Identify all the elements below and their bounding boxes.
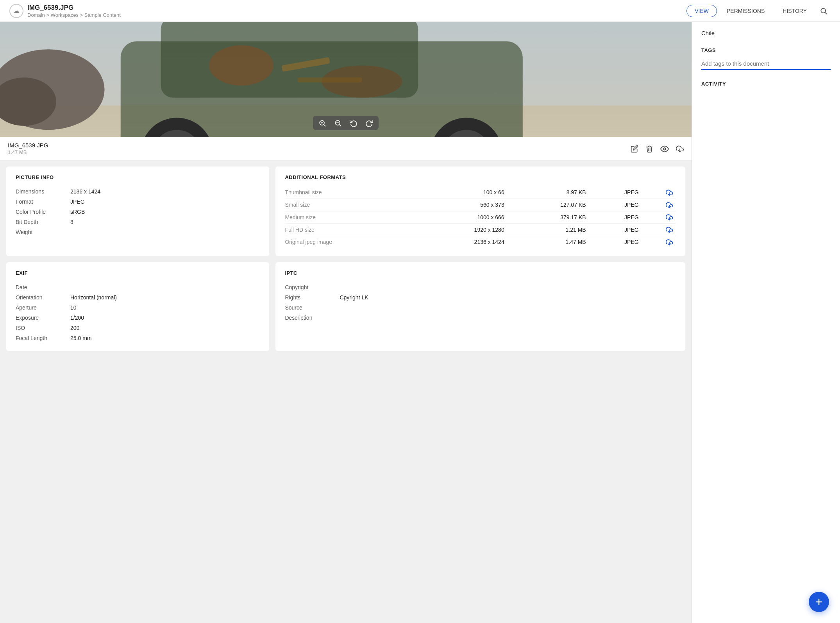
location-section: Chile <box>701 30 831 36</box>
edit-button[interactable] <box>631 144 638 153</box>
additional-formats-title: ADDITIONAL FORMATS <box>285 174 676 180</box>
nav-view-button[interactable]: VIEW <box>686 5 717 17</box>
row-label: Weight <box>16 227 70 237</box>
format-size: 379.17 KB <box>508 211 589 224</box>
format-label: Full HD size <box>285 224 414 236</box>
additional-formats-table: Thumbnail size 100 x 66 8.97 KB JPEG Sma… <box>285 186 676 248</box>
table-row: Thumbnail size 100 x 66 8.97 KB JPEG <box>285 186 676 199</box>
iptc-title: IPTC <box>285 270 676 276</box>
format-type: JPEG <box>589 236 642 248</box>
format-type: JPEG <box>589 186 642 199</box>
row-label: Copyright <box>285 282 340 292</box>
row-value: 8 <box>70 217 260 227</box>
document-title: IMG_6539.JPG <box>27 4 121 12</box>
table-row: Bit Depth8 <box>16 217 260 227</box>
nav-history-button[interactable]: HISTORY <box>774 5 815 17</box>
breadcrumb: Domain > Workspaces > Sample Content <box>27 12 121 18</box>
main-layout: IMG_6539.JPG 1.47 MB <box>0 22 840 623</box>
row-label: Color Profile <box>16 207 70 217</box>
zoom-out-button[interactable] <box>334 119 342 127</box>
row-label: Exposure <box>16 313 70 323</box>
row-value <box>340 313 676 323</box>
table-row: Medium size 1000 x 666 379.17 KB JPEG <box>285 211 676 224</box>
row-value: Horizontal (normal) <box>70 292 260 303</box>
header: ☁ IMG_6539.JPG Domain > Workspaces > Sam… <box>0 0 840 22</box>
image-toolbar <box>313 116 379 130</box>
header-info: IMG_6539.JPG Domain > Workspaces > Sampl… <box>27 4 121 18</box>
row-value: 1/200 <box>70 313 260 323</box>
exif-card: EXIF DateOrientationHorizontal (normal)A… <box>6 262 269 351</box>
format-size: 8.97 KB <box>508 186 589 199</box>
table-row: Original jpeg image 2136 x 1424 1.47 MB … <box>285 236 676 248</box>
row-label: Bit Depth <box>16 217 70 227</box>
cards-row-2: EXIF DateOrientationHorizontal (normal)A… <box>6 262 685 351</box>
format-dimensions: 2136 x 1424 <box>414 236 508 248</box>
image-container <box>0 22 692 137</box>
row-label: Orientation <box>16 292 70 303</box>
row-value: 25.0 mm <box>70 333 260 343</box>
format-label: Original jpeg image <box>285 236 414 248</box>
row-value: sRGB <box>70 207 260 217</box>
delete-button[interactable] <box>645 144 653 153</box>
format-download-button[interactable] <box>642 211 676 224</box>
svg-point-8 <box>209 45 273 86</box>
file-size: 1.47 MB <box>8 149 48 155</box>
rotate-left-button[interactable] <box>350 119 357 127</box>
row-label: ISO <box>16 323 70 333</box>
tags-input[interactable] <box>701 58 831 70</box>
format-download-button[interactable] <box>642 236 676 248</box>
svg-line-19 <box>324 125 325 126</box>
svg-line-1 <box>825 13 827 14</box>
logo-icon: ☁ <box>9 4 23 18</box>
row-value: 10 <box>70 303 260 313</box>
format-download-button[interactable] <box>642 186 676 199</box>
format-type: JPEG <box>589 199 642 211</box>
table-row: Aperture10 <box>16 303 260 313</box>
table-row: Color ProfilesRGB <box>16 207 260 217</box>
table-row: Description <box>285 313 676 323</box>
fab-button[interactable] <box>809 592 829 612</box>
format-label: Thumbnail size <box>285 186 414 199</box>
table-row: RightsCpyright LK <box>285 292 676 303</box>
format-dimensions: 1920 x 1280 <box>414 224 508 236</box>
row-label: Date <box>16 282 70 292</box>
format-download-button[interactable] <box>642 224 676 236</box>
row-value <box>70 282 260 292</box>
table-row: Weight <box>16 227 260 237</box>
row-value: 2136 x 1424 <box>70 186 260 197</box>
row-value <box>70 227 260 237</box>
table-row: OrientationHorizontal (normal) <box>16 292 260 303</box>
table-row: FormatJPEG <box>16 197 260 207</box>
format-dimensions: 560 x 373 <box>414 199 508 211</box>
row-label: Aperture <box>16 303 70 313</box>
preview-button[interactable] <box>660 144 669 153</box>
format-dimensions: 100 x 66 <box>414 186 508 199</box>
table-row: Full HD size 1920 x 1280 1.21 MB JPEG <box>285 224 676 236</box>
activity-title: ACTIVITY <box>701 81 831 87</box>
table-row: ISO200 <box>16 323 260 333</box>
left-panel: IMG_6539.JPG 1.47 MB <box>0 22 692 623</box>
cards-row-1: PICTURE INFO Dimensions2136 x 1424Format… <box>6 166 685 256</box>
table-row: Dimensions2136 x 1424 <box>16 186 260 197</box>
row-value: Cpyright LK <box>340 292 676 303</box>
cards-area: PICTURE INFO Dimensions2136 x 1424Format… <box>0 160 692 623</box>
tags-section: TAGS <box>701 47 831 70</box>
additional-formats-card: ADDITIONAL FORMATS Thumbnail size 100 x … <box>275 166 685 256</box>
row-label: Description <box>285 313 340 323</box>
search-button[interactable] <box>817 4 831 18</box>
file-details: IMG_6539.JPG 1.47 MB <box>8 142 48 155</box>
rotate-right-button[interactable] <box>365 119 373 127</box>
format-type: JPEG <box>589 211 642 224</box>
nav-permissions-button[interactable]: PERMISSIONS <box>718 5 773 17</box>
format-download-button[interactable] <box>642 199 676 211</box>
row-label: Format <box>16 197 70 207</box>
row-value: 200 <box>70 323 260 333</box>
row-value <box>340 303 676 313</box>
format-size: 127.07 KB <box>508 199 589 211</box>
table-row: Date <box>16 282 260 292</box>
file-actions <box>631 144 684 153</box>
row-value: JPEG <box>70 197 260 207</box>
zoom-in-button[interactable] <box>318 119 326 127</box>
download-button[interactable] <box>676 144 684 153</box>
picture-info-title: PICTURE INFO <box>16 174 260 180</box>
